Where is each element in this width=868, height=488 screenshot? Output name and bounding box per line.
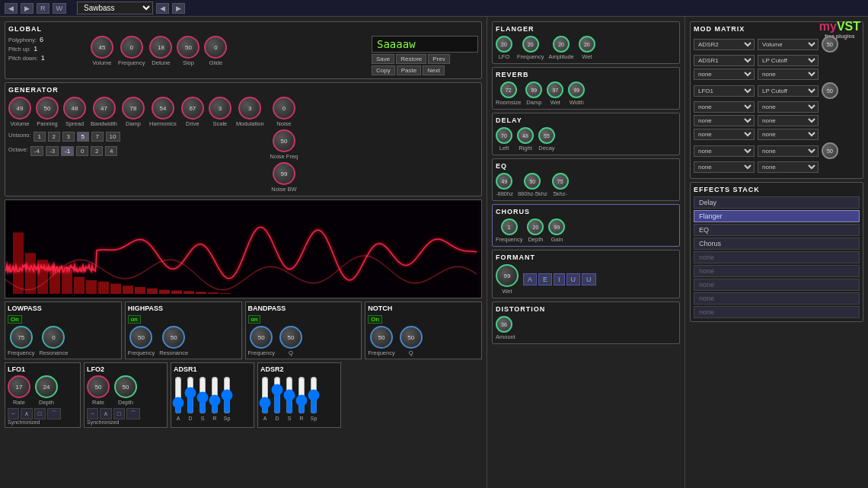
notch-q-knob[interactable]: 50	[400, 326, 423, 349]
mod-dest-0[interactable]: Volume	[758, 39, 819, 50]
highpass-status[interactable]: on	[128, 315, 141, 324]
formant-u-btn[interactable]: U	[566, 273, 581, 285]
octave-4[interactable]: 4	[105, 146, 117, 156]
lfo1-rate-knob[interactable]: 17	[8, 375, 30, 398]
lfo1-wave-tri[interactable]: ∧	[21, 408, 33, 419]
lfo2-wave-tri[interactable]: ∧	[100, 408, 112, 419]
global-volume-knob[interactable]: 45	[91, 36, 113, 59]
next-btn[interactable]: Next	[423, 65, 444, 75]
lfo1-wave-sine[interactable]: ~	[8, 408, 19, 419]
octave-0[interactable]: 0	[76, 146, 88, 156]
mod-dest-7[interactable]: none	[758, 145, 819, 157]
lfo1-wave-saw[interactable]: ⌒	[47, 408, 61, 419]
bandpass-status[interactable]: on	[248, 315, 261, 324]
mod-source-5[interactable]: none	[694, 115, 755, 126]
lfo2-wave-sine[interactable]: ~	[87, 408, 98, 419]
rec-btn[interactable]: R	[37, 3, 49, 14]
lfo1-wave-sq[interactable]: □	[34, 408, 46, 419]
save-btn[interactable]: Save	[372, 54, 394, 64]
hp-freq-knob[interactable]: 50	[129, 326, 152, 349]
eq-hi-knob[interactable]: 75	[552, 173, 569, 190]
mod-source-3[interactable]: LFO1	[694, 85, 755, 97]
lp-res-knob[interactable]: 0	[42, 326, 65, 349]
noise-bw-knob[interactable]: 99	[273, 162, 295, 185]
effect-none-4[interactable]: none	[694, 251, 860, 263]
adsr1-sp-slider[interactable]	[222, 376, 231, 414]
mod-dest-1[interactable]: LP Cutoff	[758, 55, 819, 66]
fl-lfo-knob[interactable]: 20	[496, 36, 512, 53]
copy-btn[interactable]: Copy	[372, 65, 395, 75]
adsr1-d-slider[interactable]	[186, 376, 195, 414]
restore-btn[interactable]: Restore	[396, 54, 426, 64]
preset-next-btn[interactable]: ▶	[172, 3, 185, 14]
notch-status[interactable]: On	[368, 315, 382, 324]
mod-source-2[interactable]: none	[694, 69, 755, 80]
dl-left-knob[interactable]: 70	[496, 127, 512, 144]
formant-a-btn[interactable]: A	[523, 273, 537, 285]
mod-source-6[interactable]: none	[694, 129, 755, 140]
mod-dest-3[interactable]: LP Cutoff	[758, 85, 819, 97]
dl-decay-knob[interactable]: 55	[538, 127, 555, 144]
bp-freq-knob[interactable]: 50	[250, 326, 273, 349]
notch-freq-knob[interactable]: 50	[370, 326, 393, 349]
bp-q-knob[interactable]: 50	[279, 326, 302, 349]
gen-drive-knob[interactable]: 67	[181, 97, 204, 120]
octave-2[interactable]: 2	[91, 146, 103, 156]
gen-harmonics-knob[interactable]: 54	[152, 97, 174, 120]
nav-fwd-btn[interactable]: ▶	[21, 3, 34, 14]
rv-damp-knob[interactable]: 99	[525, 81, 542, 98]
preset-selector[interactable]: Sawbass	[77, 2, 153, 14]
ch-gain-knob[interactable]: 99	[548, 218, 565, 235]
formant-e-btn[interactable]: E	[538, 273, 552, 285]
preset-prev-btn[interactable]: ◀	[156, 3, 169, 14]
adsr2-d-slider[interactable]	[273, 376, 282, 414]
gen-spread-knob[interactable]: 48	[63, 97, 86, 120]
eq-mid-knob[interactable]: 50	[524, 173, 541, 190]
octave-n4[interactable]: -4	[30, 146, 43, 156]
lowpass-status[interactable]: On	[8, 315, 22, 324]
hp-res-knob[interactable]: 50	[162, 326, 185, 349]
mod-knob-7[interactable]: 50	[822, 142, 838, 159]
gen-mod-knob[interactable]: 3	[238, 97, 261, 120]
ch-freq-knob[interactable]: 1	[501, 218, 518, 235]
gen-volume-knob[interactable]: 49	[8, 97, 31, 120]
eq-low-knob[interactable]: 49	[496, 173, 512, 190]
effect-none-5[interactable]: none	[694, 265, 860, 277]
octave-n1[interactable]: -1	[61, 146, 74, 156]
dl-right-knob[interactable]: 48	[517, 127, 534, 144]
unisono-7[interactable]: 7	[91, 132, 104, 142]
effect-eq[interactable]: EQ	[694, 224, 860, 236]
formant-u2-btn[interactable]: U	[582, 273, 596, 285]
global-glide-knob[interactable]: 0	[204, 36, 227, 59]
mod-source-1[interactable]: ADSR1	[694, 55, 755, 66]
fl-amp-knob[interactable]: 20	[553, 36, 570, 53]
lfo2-rate-knob[interactable]: 50	[87, 375, 110, 398]
mod-knob-3[interactable]: 50	[822, 82, 838, 99]
unisono-3[interactable]: 3	[62, 132, 75, 142]
rv-width-knob[interactable]: 99	[568, 81, 585, 98]
adsr2-s-slider[interactable]	[285, 376, 294, 414]
mod-dest-8[interactable]: none	[758, 161, 819, 173]
rv-wet-knob[interactable]: 97	[547, 81, 563, 98]
ch-depth-knob[interactable]: 20	[527, 218, 544, 235]
gen-bandwidth-knob[interactable]: 47	[93, 97, 116, 120]
unisono-10[interactable]: 10	[106, 132, 120, 142]
unisono-5[interactable]: 5	[77, 132, 89, 142]
adsr2-r-slider[interactable]	[297, 376, 306, 414]
mod-source-7[interactable]: none	[694, 145, 755, 157]
effect-none-7[interactable]: none	[694, 292, 860, 305]
mod-dest-2[interactable]: none	[758, 69, 819, 80]
effect-none-8[interactable]: none	[694, 306, 860, 318]
adsr1-r-slider[interactable]	[210, 376, 219, 414]
mod-source-0[interactable]: ADSR2	[694, 39, 755, 50]
fl-freq-knob[interactable]: 20	[522, 36, 539, 53]
nav-back-btn[interactable]: ◀	[5, 3, 18, 14]
lfo2-depth-knob[interactable]: 50	[114, 375, 137, 398]
noise-freq-knob[interactable]: 50	[273, 129, 295, 152]
paste-btn[interactable]: Paste	[397, 65, 421, 75]
write-btn[interactable]: W	[53, 3, 67, 14]
mod-dest-5[interactable]: none	[758, 115, 819, 126]
mod-dest-6[interactable]: none	[758, 129, 819, 140]
global-detune-knob[interactable]: 18	[149, 36, 172, 59]
global-freq-knob[interactable]: 0	[120, 36, 143, 59]
